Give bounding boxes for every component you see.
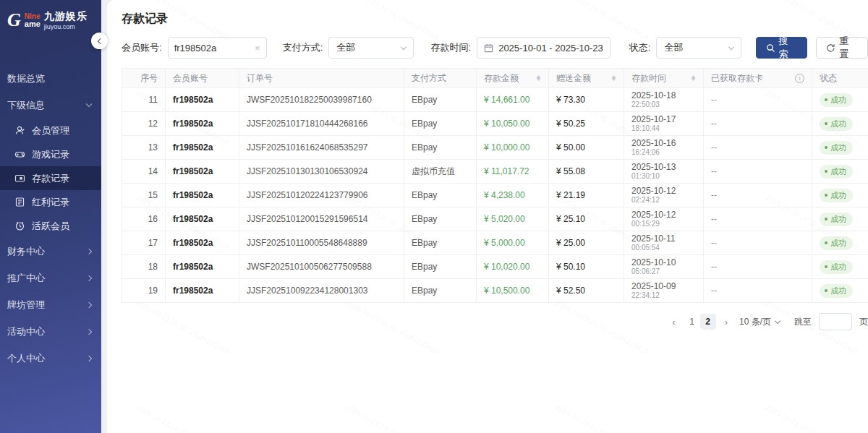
cell-deposit-time: 2025-10-1200:15:29 — [624, 207, 704, 231]
status-badge: 成功 — [820, 213, 853, 226]
sidebar-item-3[interactable]: 推广中心 — [0, 265, 101, 291]
page-number-1[interactable]: 1 — [684, 314, 700, 330]
deposit-clock: 22:34:12 — [631, 291, 696, 299]
cell-deposit-time: 2025-10-1005:06:27 — [624, 255, 704, 279]
cell-seq: 11 — [122, 88, 166, 112]
app-logo: G Nine ame 九游娱乐 jiuyou.com — [0, 0, 101, 38]
sidebar-subitem-1-4[interactable]: 活跃会员 — [0, 214, 101, 238]
status-select[interactable]: 全部 — [656, 37, 741, 59]
sidebar-collapse-button[interactable] — [91, 33, 108, 49]
cell-status: 成功 — [812, 112, 868, 136]
cell-deposit-amount: ¥ 4,238.00 — [477, 184, 549, 207]
jump-page-input[interactable] — [819, 313, 852, 330]
sidebar-subitem-label: 游戏记录 — [32, 148, 69, 161]
cell-payment-method: EBpay — [404, 207, 477, 231]
sidebar-item-label: 财务中心 — [7, 245, 45, 258]
status-text: 成功 — [830, 190, 846, 201]
status-text: 成功 — [830, 262, 846, 273]
deposit-date: 2025-10-16 — [631, 139, 696, 148]
cell-account: fr198502a — [166, 231, 239, 255]
cell-bonus-amount: ¥ 52.50 — [549, 279, 624, 303]
sidebar-subitem-1-0[interactable]: 会员管理 — [0, 119, 101, 142]
cell-account: fr198502a — [166, 112, 239, 136]
chevron-right-icon — [86, 248, 92, 254]
table-row: 19fr198502aJJSF202510092234128001303EBpa… — [122, 279, 868, 303]
cell-deposit-amount: ¥ 10,020.00 — [477, 255, 549, 279]
sidebar-item-label: 个人中心 — [7, 352, 45, 365]
sidebar-subitem-label: 会员管理 — [32, 124, 69, 137]
date-start[interactable]: 2025-10-01 — [498, 43, 547, 53]
bonus-icon — [14, 197, 25, 207]
sidebar-subitem-1-1[interactable]: 游戏记录 — [0, 142, 101, 166]
cell-order-number: JJSF202510130130106530924 — [239, 160, 404, 184]
sidebar-subitem-1-2[interactable]: 存款记录 — [0, 166, 101, 190]
cell-status: 成功 — [812, 160, 868, 184]
sort-icon[interactable]: ▲▼ — [611, 75, 616, 81]
filter-bar: 会员账号: × 支付方式: 全部 存款时间: 2025-10-01 - 2025… — [122, 37, 868, 59]
sidebar-item-1[interactable]: 下级信息 — [0, 92, 101, 119]
cell-seq: 13 — [122, 136, 166, 160]
logo-ame-text: ame — [25, 20, 41, 27]
account-input[interactable] — [174, 43, 247, 53]
sort-icon[interactable]: ▲▼ — [691, 75, 696, 81]
sidebar-item-0[interactable]: 数据总览 — [0, 65, 101, 92]
cell-payment-method: EBpay — [404, 255, 477, 279]
deposit-clock: 22:50:03 — [631, 100, 696, 108]
status-dot-icon — [825, 289, 827, 292]
deposit-date: 2025-10-10 — [631, 258, 696, 267]
chevron-down-icon — [728, 44, 733, 50]
sidebar-item-2[interactable]: 财务中心 — [0, 238, 101, 265]
deposit-date: 2025-10-09 — [631, 282, 696, 291]
prev-page-button[interactable]: ‹ — [671, 317, 676, 327]
deposit-date: 2025-10-18 — [631, 91, 696, 100]
deposit-clock: 01:30:10 — [631, 172, 696, 180]
deposit-clock: 00:15:29 — [631, 220, 696, 228]
info-icon[interactable]: i — [795, 74, 804, 83]
page-title: 存款记录 — [122, 12, 868, 27]
search-icon — [766, 43, 775, 53]
sidebar-item-label: 活动中心 — [7, 325, 45, 338]
account-filter-label: 会员账号: — [122, 41, 162, 54]
cell-order-number: JJSF202510092234128001303 — [239, 279, 404, 303]
search-button[interactable]: 搜索 — [756, 37, 808, 59]
deposit-date: 2025-10-11 — [631, 234, 696, 244]
cell-deposit-amount: ¥ 5,020.00 — [477, 207, 549, 231]
sidebar-item-5[interactable]: 活动中心 — [0, 318, 101, 345]
deposit-records-table: 序号会员账号订单号支付方式存款金额▲▼赠送金额▲▼存款时间▲▼已获取存款卡i状态… — [122, 68, 868, 303]
cell-seq: 16 — [122, 207, 166, 231]
chevron-left-icon — [98, 38, 103, 43]
sidebar-item-4[interactable]: 牌坊管理 — [0, 291, 101, 318]
clear-icon[interactable]: × — [255, 43, 260, 53]
table-row: 14fr198502aJJSF202510130130106530924虚拟币充… — [122, 160, 868, 184]
deposit-date: 2025-10-12 — [631, 187, 696, 196]
date-end[interactable]: 2025-10-23 — [555, 43, 603, 53]
column-header-4: 存款金额▲▼ — [477, 69, 549, 88]
sort-icon[interactable]: ▲▼ — [536, 75, 541, 81]
cell-bonus-amount: ¥ 55.08 — [549, 160, 624, 184]
cell-bonus-amount: ¥ 50.10 — [549, 255, 624, 279]
page-size-select[interactable]: 10 条/页 — [739, 316, 780, 328]
table-header-row: 序号会员账号订单号支付方式存款金额▲▼赠送金额▲▼存款时间▲▼已获取存款卡i状态 — [122, 69, 868, 88]
status-badge: 成功 — [820, 189, 853, 202]
cell-deposit-card: -- — [704, 136, 812, 160]
status-badge: 成功 — [820, 117, 853, 131]
table-row: 18fr198502aJWSF202510100506277509588EBpa… — [122, 255, 868, 279]
status-text: 成功 — [830, 214, 846, 225]
page-number-2[interactable]: 2 — [700, 314, 716, 330]
column-header-3: 支付方式 — [404, 69, 477, 88]
date-range-picker[interactable]: 2025-10-01 - 2025-10-23 — [477, 37, 610, 59]
reset-button[interactable]: 重置 — [816, 37, 868, 59]
table-row: 13fr198502aJJSF202510161624068535297EBpa… — [122, 136, 868, 160]
status-badge: 成功 — [820, 141, 853, 155]
cell-payment-method: EBpay — [404, 231, 477, 255]
sidebar-item-6[interactable]: 个人中心 — [0, 345, 101, 372]
cell-deposit-amount: ¥ 10,500.00 — [477, 279, 549, 303]
sidebar-subitem-1-3[interactable]: 红利记录 — [0, 190, 101, 214]
cell-deposit-card: -- — [704, 279, 812, 303]
payment-method-select[interactable]: 全部 — [328, 37, 413, 59]
cell-payment-method: EBpay — [404, 184, 477, 207]
cell-order-number: JJSF202510120224123779906 — [239, 184, 404, 207]
cell-bonus-amount: ¥ 21.19 — [549, 184, 624, 207]
next-page-button[interactable]: › — [723, 317, 729, 327]
cell-payment-method: 虚拟币充值 — [404, 160, 477, 184]
